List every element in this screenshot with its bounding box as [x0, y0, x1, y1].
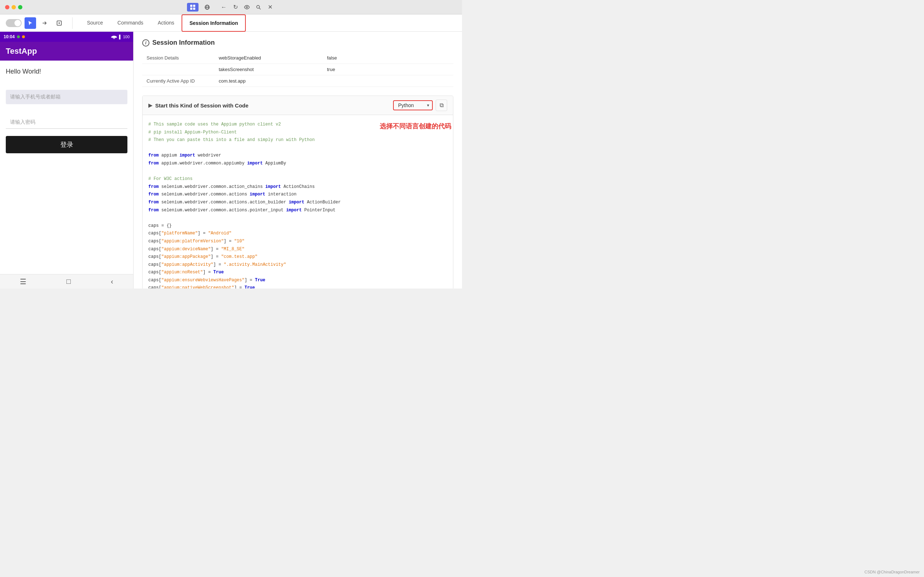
code-line: caps = {}	[149, 222, 447, 230]
takes-screenshot-key: takesScreenshot	[215, 64, 323, 76]
close-button[interactable]	[5, 5, 10, 10]
code-line: caps["appium:platformVersion"] = "10"	[149, 238, 447, 246]
back-button[interactable]: ←	[219, 2, 229, 12]
code-line	[149, 214, 447, 222]
active-app-empty	[323, 76, 453, 87]
copy-button[interactable]: ⧉	[436, 100, 447, 111]
traffic-lights	[0, 5, 23, 10]
code-line: caps["appium:appPackage"] = "com.test.ap…	[149, 253, 447, 261]
play-icon: ▶	[149, 102, 152, 108]
code-line: caps["appium:noReset"] = True	[149, 269, 447, 277]
code-line: # For W3C actions	[149, 175, 447, 183]
nav-menu-icon[interactable]: ☰	[20, 277, 26, 286]
tab-commands[interactable]: Commands	[110, 15, 150, 32]
phone-input[interactable]: 请输入手机号或者邮箱	[6, 90, 128, 104]
active-app-value: com.test.app	[215, 76, 323, 87]
code-line: from selenium.webdriver.common.actions.a…	[149, 199, 447, 206]
section-title: i Session Information	[142, 39, 453, 47]
svg-rect-0	[190, 5, 192, 7]
main-content: 10:04 ▌ 100 TestApp	[0, 32, 462, 288]
login-button[interactable]: 登录	[6, 136, 128, 153]
statusbar-left: 10:04	[3, 34, 25, 39]
tab-source[interactable]: Source	[80, 15, 110, 32]
battery-indicator: ▌ 100	[119, 35, 129, 39]
password-input[interactable]: 请输入密码	[6, 116, 128, 129]
close-window-button[interactable]: ✕	[265, 2, 275, 12]
session-table: Session Details webStorageEnabled false …	[142, 52, 453, 87]
minimize-button[interactable]	[11, 5, 16, 10]
grid-view-button[interactable]	[187, 3, 199, 11]
status-dot-green	[17, 35, 20, 38]
tab-session-information[interactable]: Session Information	[181, 15, 246, 32]
empty-label	[142, 64, 215, 76]
web-storage-key: webStorageEnabled	[215, 52, 323, 64]
code-line: from appium.webdriver.common.appiumby im…	[149, 160, 447, 168]
wifi-icon	[110, 35, 118, 39]
nav-home-icon[interactable]: □	[66, 277, 71, 285]
toggle-switch[interactable]	[6, 19, 22, 27]
code-line: caps["appium:nativeWebScreenshot"] = Tru…	[149, 284, 447, 288]
code-line: from selenium.webdriver.common.action_ch…	[149, 183, 447, 191]
code-header-right: Python JavaScript Java Ruby C# ⧉	[393, 100, 447, 111]
status-dot-orange	[22, 35, 25, 38]
expand-tool-button[interactable]	[53, 17, 65, 29]
code-line: # Then you can paste this into a file an…	[149, 136, 447, 144]
code-line: from selenium.webdriver.common.actions i…	[149, 191, 447, 199]
takes-screenshot-value: true	[323, 64, 453, 76]
arrow-tool-button[interactable]	[39, 17, 50, 29]
device-content: Hello World! 请输入手机号或者邮箱 请输入密码 登录	[0, 61, 133, 161]
hello-text: Hello World!	[6, 68, 128, 76]
code-line: from appium import webdriver	[149, 152, 447, 160]
annotation-text: 选择不同语言创建的代码	[380, 122, 451, 131]
language-selector-wrapper: Python JavaScript Java Ruby C#	[393, 100, 433, 110]
code-line	[149, 168, 447, 176]
nav-buttons: ← ↻ ✕	[219, 2, 275, 12]
device-statusbar: 10:04 ▌ 100	[0, 32, 133, 42]
maximize-button[interactable]	[18, 5, 23, 10]
globe-button[interactable]	[201, 3, 213, 11]
titlebar: ← ↻ ✕	[0, 0, 462, 15]
table-row: Session Details webStorageEnabled false	[142, 52, 453, 64]
svg-rect-1	[193, 5, 195, 7]
code-line	[149, 144, 447, 152]
statusbar-time: 10:04	[3, 34, 15, 39]
toolbar: Source Commands Actions Session Informat…	[0, 15, 462, 32]
eye-button[interactable]	[242, 2, 252, 12]
tab-actions[interactable]: Actions	[150, 15, 181, 32]
tab-bar: Source Commands Actions Session Informat…	[80, 15, 246, 31]
app-title: TestApp	[6, 47, 37, 56]
content-panel: i Session Information Session Details we…	[134, 32, 462, 288]
language-select[interactable]: Python JavaScript Java Ruby C#	[394, 101, 432, 110]
svg-point-14	[113, 38, 115, 39]
titlebar-center: ← ↻ ✕	[187, 2, 275, 12]
statusbar-right: ▌ 100	[110, 35, 129, 39]
code-header: ▶ Start this Kind of Session with Code P…	[142, 96, 453, 115]
device-app-header: TestApp	[0, 42, 133, 61]
code-section-title: ▶ Start this Kind of Session with Code	[149, 102, 248, 108]
svg-point-8	[257, 5, 260, 8]
device-wrapper: 10:04 ▌ 100 TestApp	[0, 32, 133, 288]
session-details-label: Session Details	[142, 52, 215, 64]
web-storage-value: false	[323, 52, 453, 64]
code-line: caps["appium:appActivity"] = ".activity.…	[149, 261, 447, 269]
svg-point-7	[246, 6, 247, 8]
code-line: caps["platformName"] = "Android"	[149, 230, 447, 238]
search-button[interactable]	[254, 2, 263, 12]
svg-rect-3	[193, 8, 195, 10]
active-app-label: Currently Active App ID	[142, 76, 215, 87]
device-navbar: ☰ □ ‹	[0, 274, 133, 288]
toggle-knob	[15, 20, 21, 26]
info-icon: i	[142, 39, 149, 47]
toolbar-left	[6, 17, 73, 29]
svg-rect-2	[190, 8, 192, 10]
code-line: caps["appium:deviceName"] = "MI_8_SE"	[149, 246, 447, 253]
device-panel: 10:04 ▌ 100 TestApp	[0, 32, 134, 288]
code-line: from selenium.webdriver.common.actions.p…	[149, 206, 447, 214]
select-tool-button[interactable]	[24, 17, 36, 29]
svg-line-9	[259, 8, 261, 10]
nav-back-icon[interactable]: ‹	[111, 277, 113, 285]
code-block: # This sample code uses the Appium pytho…	[142, 115, 453, 288]
reload-button[interactable]: ↻	[230, 2, 241, 12]
table-row: takesScreenshot true	[142, 64, 453, 76]
code-line: caps["appium:ensureWebviewsHavePages"] =…	[149, 277, 447, 285]
